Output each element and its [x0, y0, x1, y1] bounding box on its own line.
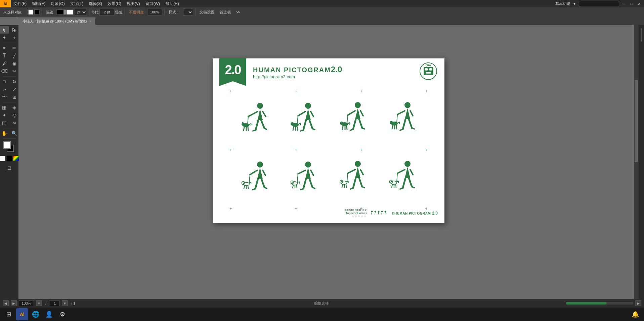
svg-line-103 [342, 184, 343, 187]
footer-mini-pictograms [370, 210, 390, 217]
tab-close-button[interactable]: × [89, 19, 91, 23]
menu-select[interactable]: 选择(S) [86, 0, 105, 7]
rectangle-tool[interactable]: □ [0, 78, 9, 85]
scissors-tool[interactable]: ✂ [10, 67, 19, 75]
taskbar-browser-button[interactable]: 🌐 [30, 308, 42, 320]
tab-bar: 小绿人_[转描].ai @ 100% (CMYK/预览) × [18, 17, 644, 25]
workspace-label[interactable]: 基本功能 [555, 1, 570, 6]
symbol-tool[interactable]: ◈ [10, 104, 19, 111]
svg-line-85 [312, 187, 315, 188]
eraser-tool[interactable]: ⌫ [0, 67, 9, 75]
gradient-tool[interactable]: ◫ [0, 119, 9, 127]
document-tab[interactable]: 小绿人_[转描].ai @ 100% (CMYK/预览) × [18, 17, 96, 25]
minimize-button[interactable]: — [622, 1, 627, 6]
svg-point-50 [404, 102, 411, 108]
gradient-toggle[interactable] [13, 156, 19, 161]
type-tool[interactable]: T [0, 52, 9, 59]
selection-tool[interactable] [0, 26, 9, 34]
blend-tool[interactable]: ∞ [10, 119, 19, 127]
brand-url: http://pictogram2.com [253, 74, 342, 79]
vertical-scrollbar[interactable] [634, 25, 639, 300]
crop-mark-mcl: + [295, 147, 297, 152]
direct-selection-tool[interactable] [10, 26, 19, 34]
svg-point-106 [404, 161, 411, 167]
status-prev-button[interactable]: ◀ [3, 300, 9, 306]
stroke-color-box[interactable] [34, 9, 40, 15]
menu-object[interactable]: 对象(O) [48, 0, 67, 7]
scale-tool[interactable]: ⤢ [10, 86, 19, 93]
svg-line-89 [293, 185, 293, 188]
hand-tool[interactable]: ✋ [0, 130, 9, 137]
svg-marker-93 [355, 167, 360, 178]
svg-line-41 [359, 119, 362, 128]
transform-tool[interactable]: ⊞ [10, 93, 19, 101]
mirror-tool[interactable]: ⇔ [0, 86, 9, 93]
warp-tool[interactable]: 〜 [0, 93, 9, 101]
doc-settings-button[interactable]: 文档设置 [198, 9, 216, 15]
stroke-width-input[interactable] [99, 9, 115, 15]
taskbar-illustrator-button[interactable]: Ai [16, 308, 28, 320]
brush-tool[interactable]: 🖌 [0, 60, 9, 67]
taskbar-user-button[interactable]: 👤 [43, 308, 55, 320]
pencil-tool[interactable]: ✏ [10, 44, 19, 52]
opacity-input[interactable] [147, 9, 162, 15]
menu-text[interactable]: 文字(T) [68, 0, 86, 7]
page-input[interactable] [50, 300, 60, 306]
pictogram-cell-4 [379, 94, 426, 146]
fill-toggle[interactable] [0, 156, 5, 161]
status-next-button[interactable]: ▶ [11, 300, 17, 306]
preferences-button[interactable]: 首选项 [218, 9, 233, 15]
svg-line-57 [412, 128, 414, 129]
svg-point-7 [429, 65, 431, 66]
lasso-tool[interactable]: ⌖ [10, 34, 19, 41]
workspace-dropdown-icon[interactable]: ▼ [573, 2, 576, 6]
taskbar-notifications[interactable]: 🔔 [629, 308, 641, 320]
menu-help[interactable]: 帮助(H) [163, 0, 182, 7]
svg-line-24 [298, 111, 305, 116]
svg-line-114 [397, 173, 397, 182]
taskbar-system-button[interactable]: ⚙ [56, 308, 69, 320]
screen-mode-button[interactable]: ⊟ [5, 164, 14, 172]
menu-view[interactable]: 视图(V) [124, 0, 143, 7]
zoom-input[interactable] [19, 300, 34, 306]
toolbar-divider-5 [164, 9, 165, 15]
menu-edit[interactable]: 编辑(E) [29, 0, 48, 7]
blob-brush-tool[interactable]: ◉ [10, 60, 19, 67]
status-right-expand[interactable]: ▶ [635, 300, 641, 306]
pen-tool-row: ✒ ✏ [0, 44, 19, 52]
graph-tool[interactable]: ▦ [0, 104, 9, 111]
fill-color-box[interactable] [28, 9, 34, 15]
svg-line-72 [249, 175, 250, 183]
vertical-scrollbar-thumb[interactable] [635, 80, 638, 162]
menu-file[interactable]: 文件(F) [11, 0, 29, 7]
stroke-toggle[interactable] [7, 156, 12, 161]
eyedropper-tool[interactable]: ✦ [0, 111, 9, 119]
svg-line-121 [372, 213, 372, 215]
taskbar-start-button[interactable]: ⊞ [3, 308, 15, 320]
zoom-down-button[interactable]: ▼ [36, 300, 42, 306]
page-down-button[interactable]: ▼ [62, 300, 68, 306]
measure-tool[interactable]: ◎ [10, 111, 19, 119]
svg-line-94 [348, 170, 355, 173]
svg-line-75 [244, 186, 245, 189]
svg-line-27 [309, 120, 312, 129]
foreground-color-swatch[interactable] [3, 141, 11, 149]
canvas-area[interactable]: 2.0 HUMAN PICTOGRAM 2.0 http://pictogram… [18, 25, 639, 304]
line-tool[interactable]: ╱ [10, 52, 19, 59]
zoom-tool[interactable]: 🔍 [10, 130, 19, 137]
crop-mark-tl: + [229, 89, 232, 93]
restore-button[interactable]: □ [629, 1, 634, 6]
style-select[interactable] [183, 9, 193, 15]
close-button[interactable]: ✕ [637, 1, 641, 6]
svg-point-92 [355, 161, 361, 167]
search-input[interactable] [579, 1, 619, 6]
stroke-unit-select[interactable]: pt [75, 9, 87, 15]
stroke-width-area: 等比 慢速 [91, 9, 123, 15]
rotate-tool[interactable]: ↻ [10, 78, 19, 85]
menu-window[interactable]: 窗口(W) [143, 0, 163, 7]
more-options-button[interactable]: ≫ [234, 9, 242, 15]
pen-tool[interactable]: ✒ [0, 44, 9, 52]
magic-wand-tool[interactable]: ✦ [0, 34, 9, 41]
pictogram-cell-5 [231, 152, 278, 204]
menu-effect[interactable]: 效果(C) [105, 0, 124, 7]
